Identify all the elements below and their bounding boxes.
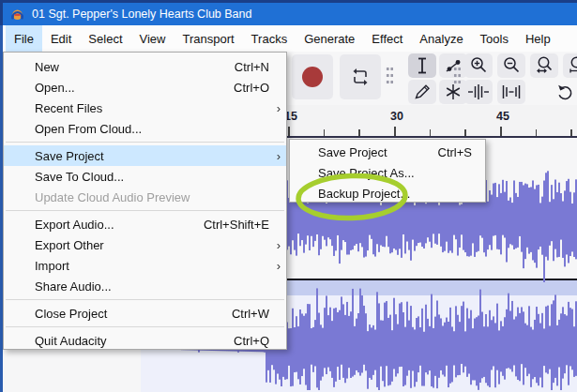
zoom-out-button[interactable]	[497, 53, 525, 78]
menu-item-import[interactable]: Import ›	[4, 255, 286, 276]
menu-separator	[6, 210, 284, 211]
timeline-tick	[570, 129, 572, 136]
menu-separator	[6, 299, 284, 300]
timeline-tick	[430, 129, 432, 136]
submenu-item-save-project-as[interactable]: Save Project As...	[290, 162, 485, 183]
submenu-item-backup-project[interactable]: Backup Project...	[290, 183, 485, 204]
undo-button[interactable]	[552, 80, 577, 104]
record-button[interactable]	[292, 54, 333, 99]
magnifier-plus-icon	[468, 55, 489, 76]
window-title: 01 Sgt. Pepper's Lonely Hearts Club Band	[32, 8, 251, 21]
selection-tool-button[interactable]	[408, 53, 436, 78]
timeline-tick	[358, 129, 360, 136]
menubar-item-help[interactable]: Help	[517, 25, 559, 52]
submenu-arrow-icon: ›	[271, 149, 281, 163]
menu-bar: File Edit Select View Transport Tracks G…	[3, 25, 577, 52]
menu-item-save-project[interactable]: Save Project ›	[4, 145, 286, 166]
ibeam-icon	[414, 56, 431, 75]
toolbar-grip[interactable]	[452, 65, 461, 86]
submenu-arrow-icon: ›	[271, 259, 281, 273]
timeline-tick	[288, 127, 290, 136]
submenu-item-save-project[interactable]: Save Project Ctrl+S	[290, 142, 485, 162]
menu-item-share-audio[interactable]: Share Audio...	[4, 276, 286, 296]
menubar-item-edit[interactable]: Edit	[42, 25, 80, 52]
zoom-fit-button[interactable]	[563, 53, 577, 78]
loop-icon	[349, 66, 372, 88]
audacity-window: 15 30 45 0.0 -0.5 01 Sgt. Pepper's Lonel…	[0, 0, 577, 392]
timeline-tick	[536, 129, 538, 136]
menubar-item-generate[interactable]: Generate	[296, 25, 363, 52]
pencil-icon	[413, 83, 432, 101]
submenu-arrow-icon: ›	[271, 101, 281, 115]
timeline-label: 45	[491, 110, 515, 123]
menubar-item-view[interactable]: View	[131, 25, 175, 52]
timeline-tick	[394, 127, 396, 136]
menu-item-quit-audacity[interactable]: Quit Audacity Ctrl+Q	[4, 330, 286, 351]
menu-item-export-audio[interactable]: Export Audio... Ctrl+Shift+E	[4, 214, 286, 234]
menu-item-close-project[interactable]: Close Project Ctrl+W	[4, 303, 286, 324]
file-menu: New Ctrl+N Open... Ctrl+O Recent Files ›…	[3, 52, 287, 350]
draw-tool-button[interactable]	[408, 80, 436, 104]
submenu-arrow-icon: ›	[271, 238, 281, 252]
audacity-logo-icon	[9, 7, 25, 22]
save-project-submenu: Save Project Ctrl+S Save Project As... B…	[289, 139, 486, 203]
menubar-item-effect[interactable]: Effect	[363, 25, 411, 52]
silence-bars-icon	[500, 83, 523, 100]
menubar-item-transport[interactable]: Transport	[174, 25, 242, 52]
timeline-label: 30	[385, 110, 409, 123]
loop-button[interactable]	[340, 54, 381, 99]
zoom-toggle-button[interactable]	[530, 53, 558, 78]
menubar-item-tools[interactable]: Tools	[472, 25, 517, 52]
menubar-item-tracks[interactable]: Tracks	[243, 25, 296, 52]
timeline-tick	[464, 129, 466, 136]
silence-audio-button[interactable]	[497, 80, 525, 104]
magnifier-minus-icon	[501, 55, 522, 76]
menubar-item-analyze[interactable]: Analyze	[411, 25, 471, 52]
trim-bars-icon	[467, 83, 490, 100]
toolbar-grip[interactable]	[385, 65, 393, 86]
menu-separator	[6, 326, 284, 327]
menu-item-export-other[interactable]: Export Other ›	[4, 234, 286, 255]
menu-item-open[interactable]: Open... Ctrl+O	[4, 77, 286, 98]
menu-item-update-cloud-audio-preview: Update Cloud Audio Preview	[4, 187, 286, 207]
undo-arrow-icon	[554, 82, 575, 102]
menu-item-new[interactable]: New Ctrl+N	[4, 56, 286, 77]
timeline-tick	[324, 129, 326, 136]
zoom-in-button[interactable]	[464, 53, 493, 78]
menu-separator	[6, 142, 284, 143]
menu-item-open-from-cloud[interactable]: Open From Cloud...	[4, 118, 286, 139]
menu-item-save-to-cloud[interactable]: Save To Cloud...	[4, 166, 286, 187]
timeline-tick	[500, 127, 502, 136]
trim-audio-button[interactable]	[464, 80, 493, 104]
record-icon	[302, 67, 323, 87]
menubar-item-file[interactable]: File	[6, 25, 42, 52]
menubar-item-select[interactable]: Select	[80, 25, 130, 52]
magnifier-arrows-icon	[534, 55, 554, 76]
magnifier-fit-icon	[567, 55, 577, 76]
menu-item-recent-files[interactable]: Recent Files ›	[4, 98, 286, 118]
title-bar[interactable]: 01 Sgt. Pepper's Lonely Hearts Club Band	[0, 0, 577, 25]
